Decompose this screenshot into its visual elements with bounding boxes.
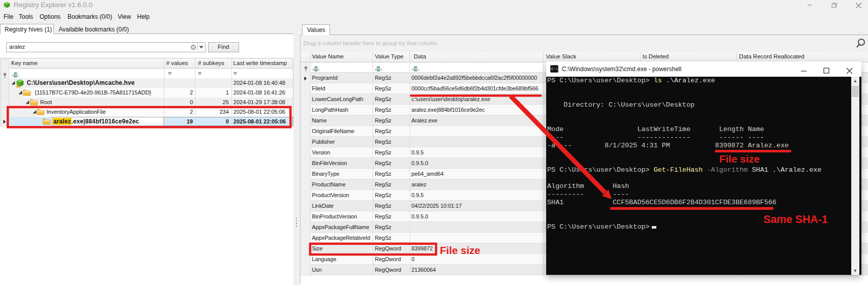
svg-text:C: C [17, 74, 19, 77]
svg-text:C: C [318, 68, 320, 71]
svg-text:A: A [12, 74, 14, 77]
svg-text:C:\: C:\ [551, 67, 558, 71]
svg-text:A: A [375, 68, 377, 71]
svg-text:A: A [312, 68, 315, 71]
svg-text:C: C [417, 68, 419, 71]
svg-text:A: A [412, 68, 414, 71]
svg-text:C: C [380, 68, 382, 71]
